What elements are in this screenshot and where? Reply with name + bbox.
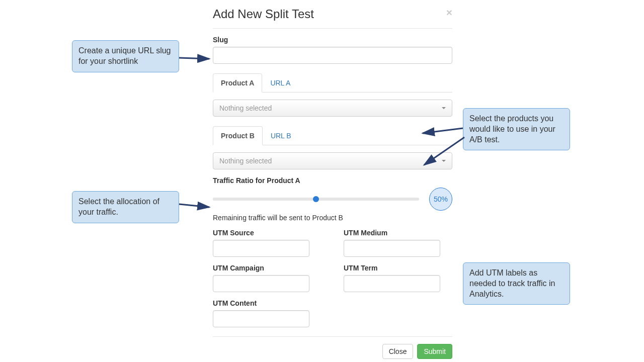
utm-campaign-label: UTM Campaign: [213, 264, 309, 272]
chevron-down-icon: [442, 107, 446, 109]
utm-source-input[interactable]: [213, 240, 309, 257]
tab-product-a[interactable]: Product A: [213, 73, 262, 93]
utm-campaign-input[interactable]: [213, 275, 309, 292]
utm-content-label: UTM Content: [213, 299, 309, 307]
slider-fill: [213, 198, 316, 201]
callout-slug: Create a unique URL slug for your shortl…: [72, 40, 179, 72]
traffic-note: Remaining traffic will be sent to Produc…: [213, 214, 452, 222]
tab-url-b[interactable]: URL B: [263, 126, 299, 145]
product-a-select[interactable]: Nothing selected: [213, 100, 452, 117]
svg-line-3: [179, 204, 209, 207]
callout-utm: Add UTM labels as needed to track traffi…: [463, 262, 570, 305]
slug-label: Slug: [213, 36, 452, 44]
slider-thumb-icon[interactable]: [313, 196, 319, 202]
close-button[interactable]: Close: [382, 344, 414, 359]
traffic-slider-row: 50%: [213, 188, 452, 211]
divider: [213, 336, 452, 337]
callout-products: Select the products you would like to us…: [463, 108, 570, 150]
tab-product-b[interactable]: Product B: [213, 126, 263, 145]
add-split-test-modal: Add New Split Test × Slug Product A URL …: [213, 5, 452, 359]
product-a-tabs: Product A URL A: [213, 73, 452, 93]
utm-medium-input[interactable]: [344, 240, 440, 257]
submit-button[interactable]: Submit: [417, 344, 452, 359]
traffic-slider[interactable]: [213, 198, 419, 201]
svg-line-0: [179, 58, 209, 59]
product-a-select-text: Nothing selected: [219, 104, 272, 112]
product-b-select[interactable]: Nothing selected: [213, 152, 452, 169]
traffic-percent-badge: 50%: [429, 188, 452, 211]
modal-buttons: Close Submit: [213, 344, 452, 359]
modal-header: Add New Split Test ×: [213, 5, 452, 28]
tab-url-a[interactable]: URL A: [262, 73, 298, 93]
utm-term-input[interactable]: [344, 275, 440, 292]
chevron-down-icon: [442, 160, 446, 162]
slug-input[interactable]: [213, 47, 452, 64]
callout-traffic: Select the allocation of your traffic.: [72, 191, 179, 223]
utm-content-input[interactable]: [213, 310, 309, 327]
arrow-icon: [179, 53, 214, 63]
utm-source-label: UTM Source: [213, 229, 309, 237]
product-b-tabs: Product B URL B: [213, 126, 452, 145]
utm-grid: UTM Source UTM Campaign UTM Content UTM …: [213, 222, 452, 327]
close-icon[interactable]: ×: [446, 7, 452, 18]
modal-title: Add New Split Test: [213, 7, 314, 21]
utm-term-label: UTM Term: [344, 264, 440, 272]
traffic-ratio-label: Traffic Ratio for Product A: [213, 176, 452, 185]
divider: [213, 28, 452, 29]
arrow-icon: [179, 201, 214, 211]
utm-medium-label: UTM Medium: [344, 229, 440, 237]
product-b-select-text: Nothing selected: [219, 157, 272, 165]
